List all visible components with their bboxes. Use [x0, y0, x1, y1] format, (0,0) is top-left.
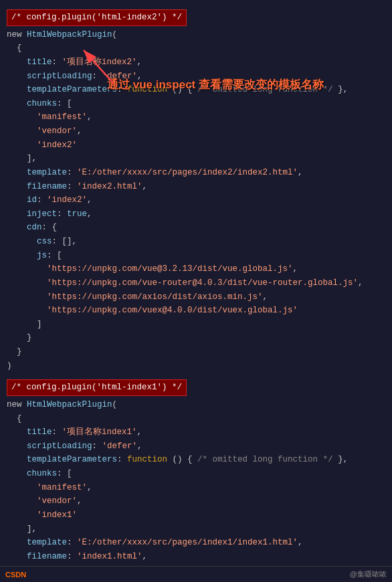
comment-badge-2: /* config.plugin('html-index1') */ — [7, 379, 187, 396]
footer-logo: CSDN — [5, 571, 26, 579]
footer-right: @集嗫哝哝 — [350, 569, 387, 579]
code-block-1: /* config.plugin('html-index2') */ new H… — [0, 5, 392, 377]
code-block-2: /* config.plugin('html-index1') */ new H… — [0, 377, 392, 582]
footer: CSDN @集嗫哝哝 — [0, 566, 392, 582]
comment-badge-1: /* config.plugin('html-index2') */ — [7, 9, 187, 26]
code-line: new — [7, 30, 27, 39]
code-container: /* config.plugin('html-index2') */ new H… — [0, 0, 392, 582]
